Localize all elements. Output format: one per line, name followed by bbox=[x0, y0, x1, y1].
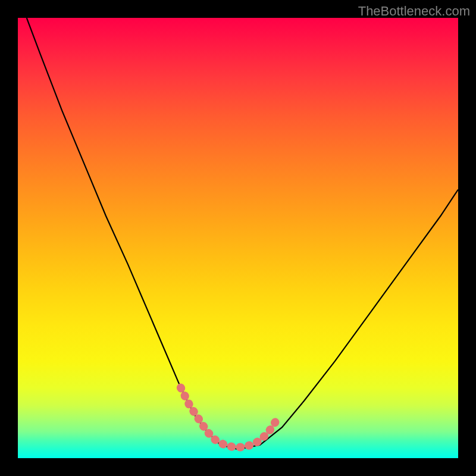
chart-svg bbox=[18, 18, 458, 458]
bottleneck-curve-line bbox=[27, 18, 458, 449]
plot-area bbox=[18, 18, 458, 458]
attribution-text: TheBottleneck.com bbox=[358, 4, 470, 19]
optimal-zone-marker bbox=[181, 388, 278, 447]
